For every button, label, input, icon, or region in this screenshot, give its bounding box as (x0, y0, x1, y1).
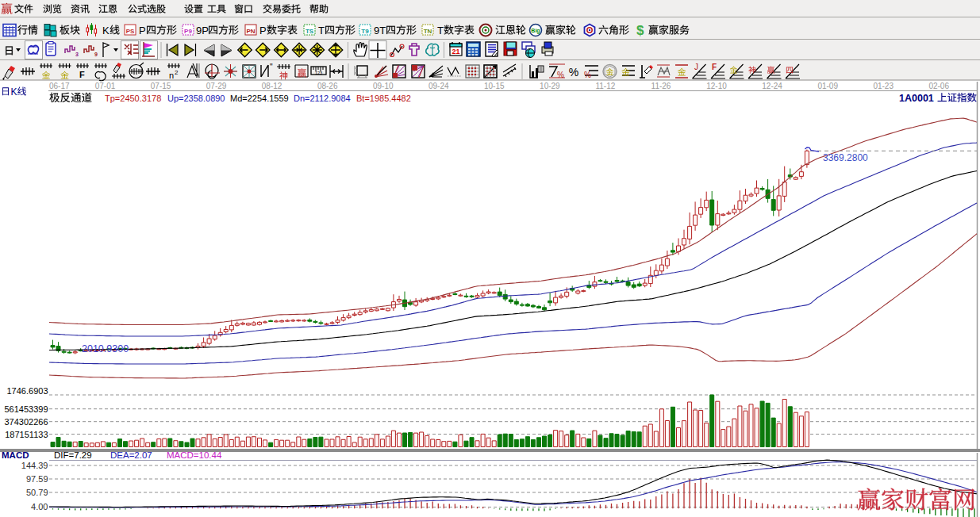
svg-text:561453399: 561453399 (4, 404, 48, 414)
svg-text:2: 2 (175, 69, 179, 76)
svg-text:11-12: 11-12 (595, 82, 615, 90)
svg-text:PN: PN (246, 28, 255, 35)
svg-text:9T: 9T (374, 25, 386, 36)
svg-text:08-12: 08-12 (262, 82, 282, 90)
svg-text:%: % (584, 71, 591, 79)
svg-text:187151133: 187151133 (5, 430, 48, 439)
svg-text:07-15: 07-15 (151, 82, 171, 90)
svg-text:Up=2358.0890: Up=2358.0890 (167, 94, 225, 103)
svg-text:TN: TN (424, 28, 432, 35)
svg-text:P: P (139, 25, 146, 36)
svg-text:$: $ (636, 23, 644, 38)
svg-text:21: 21 (452, 48, 459, 56)
svg-text:Big: Big (531, 28, 540, 34)
svg-text:4.00: 4.00 (31, 502, 48, 511)
svg-text:Dn=2112.9084: Dn=2112.9084 (294, 94, 351, 103)
svg-text:MACD: MACD (2, 450, 29, 460)
svg-text:123: 123 (315, 71, 322, 75)
svg-text:12-10: 12-10 (706, 82, 727, 90)
svg-text:K: K (102, 25, 110, 36)
svg-text:J: J (694, 63, 698, 71)
svg-text:1746.6903: 1746.6903 (7, 386, 48, 396)
svg-text:%: % (557, 71, 564, 79)
svg-text:97.59: 97.59 (26, 474, 48, 484)
svg-text:MACD=10.44: MACD=10.44 (167, 450, 222, 460)
svg-text:02-06: 02-06 (928, 82, 949, 90)
svg-text:2010.9300: 2010.9300 (82, 343, 129, 354)
svg-text:9P: 9P (196, 25, 209, 36)
svg-text:07-01: 07-01 (95, 82, 116, 90)
svg-text:09-24: 09-24 (429, 82, 449, 90)
svg-text:50.79: 50.79 (26, 488, 48, 497)
svg-text:F: F (712, 63, 717, 71)
svg-text:Bt=1985.4482: Bt=1985.4482 (356, 94, 411, 103)
svg-text:TS: TS (306, 28, 314, 35)
svg-text:Md=2254.1559: Md=2254.1559 (230, 94, 289, 103)
svg-text:PS: PS (126, 28, 135, 35)
svg-text:": " (270, 63, 273, 71)
svg-text:n: n (169, 71, 174, 80)
svg-text:F: F (79, 70, 85, 79)
svg-text:1A0001: 1A0001 (899, 93, 934, 104)
svg-text:Tp=2450.3178: Tp=2450.3178 (105, 94, 161, 103)
svg-text:T: T (318, 25, 325, 36)
svg-text:P9: P9 (184, 28, 192, 35)
svg-text:K: K (11, 86, 17, 98)
svg-text:12-24: 12-24 (762, 82, 782, 90)
svg-text:T: T (437, 25, 444, 36)
svg-text:09-10: 09-10 (373, 82, 394, 90)
svg-text:374302266: 374302266 (4, 417, 48, 427)
svg-text:DEA=2.07: DEA=2.07 (110, 450, 152, 460)
svg-text:06-17: 06-17 (49, 82, 70, 90)
svg-text:10-29: 10-29 (540, 82, 560, 90)
svg-text:01-23: 01-23 (873, 82, 894, 90)
svg-text:10-15: 10-15 (484, 82, 505, 90)
svg-text:9: 9 (94, 52, 98, 57)
svg-text:DIF=7.29: DIF=7.29 (54, 450, 92, 460)
svg-text:144.39: 144.39 (21, 461, 48, 470)
svg-text:07-29: 07-29 (206, 82, 227, 90)
svg-text:T9: T9 (361, 28, 369, 35)
svg-text:01-09: 01-09 (817, 82, 838, 90)
svg-text:11-26: 11-26 (651, 82, 671, 90)
svg-text:08-26: 08-26 (317, 82, 338, 90)
svg-text:3369.2800: 3369.2800 (823, 152, 868, 163)
svg-text:%: % (569, 66, 578, 79)
svg-text:P: P (259, 25, 267, 36)
svg-text:3: 3 (75, 52, 79, 57)
